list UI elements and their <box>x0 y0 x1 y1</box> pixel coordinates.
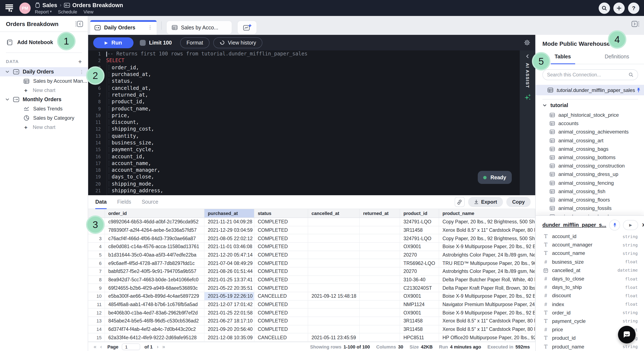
column-header-order_id[interactable]: order_id <box>105 209 204 218</box>
table-cell[interactable]: 2021-01-25 13:37:41 <box>204 276 254 284</box>
table-cell[interactable]: OX9001 <box>400 292 439 300</box>
table-cell[interactable]: OX9001 <box>400 308 439 316</box>
table-cell[interactable] <box>360 292 400 300</box>
limit-checkbox[interactable] <box>140 40 146 46</box>
table-cell[interactable]: TRU RED™ Multipurpose Paper, 20 lbs., 96… <box>439 259 535 267</box>
tab-sales-by-account[interactable]: Sales by Acco... <box>166 20 232 34</box>
field-row[interactable]: Taccount_namestring <box>536 249 644 258</box>
new-button[interactable] <box>613 2 625 14</box>
table-list-item[interactable]: animal_crossing_fencing <box>536 179 644 187</box>
table-cell[interactable]: 2021-08-05 22:02:12 <box>204 234 254 242</box>
close-icon[interactable]: × <box>642 222 644 228</box>
table-cell[interactable]: CANCELLED <box>254 333 308 341</box>
table-cell[interactable]: 69f24655-b2b6-4f29-a949-68aee536893c <box>105 284 204 292</box>
table-cell[interactable]: 2021-05-11 23:45:59 <box>308 333 360 341</box>
search-button[interactable] <box>599 2 610 14</box>
table-cell[interactable]: Boise X-9 Multipurpose Paper, 20 lbs., 9… <box>439 243 535 250</box>
collapse-sidebar-icon[interactable] <box>75 20 84 28</box>
table-row[interactable]: 146d374f74-f4ab-4ef2-ab4c-7d0b443c20c220… <box>88 325 535 333</box>
table-cell[interactable]: be406b30-c1ba-4ed7-83a6-2962b9f7ef2d <box>105 308 204 316</box>
table-cell[interactable] <box>360 308 400 316</box>
help-button[interactable]: ? <box>628 2 640 14</box>
column-header-cancelled_at[interactable]: cancelled_at <box>308 209 360 218</box>
schema-search-input[interactable]: Search this Connection... <box>542 69 638 80</box>
code-line[interactable]: 15payment_cycle, <box>88 146 520 153</box>
table-cell[interactable]: TR56962-LQO <box>400 259 439 267</box>
field-row[interactable]: cancelled_atdatetime <box>536 266 644 274</box>
mode-logo-icon[interactable] <box>4 3 14 12</box>
tab-kebab-icon[interactable]: ⋮ <box>148 25 152 30</box>
table-cell[interactable]: Astrobrights Color Paper, 24 lb./89 gsm,… <box>439 268 535 275</box>
kebab-menu-icon[interactable]: ⋮ <box>79 69 84 74</box>
avatar[interactable]: PM <box>19 2 31 14</box>
table-cell[interactable] <box>308 234 360 242</box>
new-chart-button[interactable]: + New chart <box>0 86 88 95</box>
tree-item-daily-orders[interactable]: Daily Orders ⋮ <box>0 67 88 76</box>
code-area[interactable]: 1-- Returns first 100 rows from tutorial… <box>88 50 520 195</box>
table-list-item[interactable]: animal_crossing_fish <box>536 187 644 196</box>
table-cell[interactable]: 62a33f4e-6412-4fe9-9222-2d69afe95128 <box>105 333 204 341</box>
table-cell[interactable]: Navigator Premium Multipurpose Paper, 24… <box>439 300 535 308</box>
table-row[interactable]: 1562a33f4e-6412-4fe9-9222-2d69afe9512820… <box>88 333 535 342</box>
table-cell[interactable]: Boise X-9 Multipurpose Paper, 20 lbs., 9… <box>439 308 535 316</box>
table-row[interactable]: 114854f6a8-aab1-4748-b7b6-1c676fb5a5ad20… <box>88 300 535 308</box>
table-list-item[interactable]: animal_crossing_bags <box>536 145 644 153</box>
table-row[interactable]: 12be406b30-c1ba-4ed7-83a6-2962b9f7ef2d20… <box>88 308 535 317</box>
table-cell[interactable]: 2021-12-20 05:47:14 <box>204 251 254 259</box>
code-line[interactable]: 13quantity, <box>88 132 520 140</box>
table-cell[interactable]: Delta Paper Kraft Paper Roll, Brown, 30 … <box>439 284 535 292</box>
first-page-icon[interactable]: « <box>94 344 96 350</box>
table-row[interactable]: 10e5ba300f-ae66-43eb-899d-4c4ae589722920… <box>88 292 535 300</box>
table-cell[interactable] <box>308 317 360 325</box>
table-cell[interactable]: b1d31644-35c0-40aa-a5f3-44f7edfe22ba <box>105 251 204 259</box>
table-list-item[interactable]: accounts <box>536 119 644 128</box>
chat-launcher-button[interactable] <box>618 326 636 344</box>
table-cell[interactable] <box>308 276 360 284</box>
table-cell[interactable]: e5ba300f-ae66-43eb-899d-4c4ae5897229 <box>105 292 204 300</box>
column-header-status[interactable]: status <box>254 209 308 218</box>
pin-button[interactable] <box>609 220 620 230</box>
table-cell[interactable] <box>360 268 400 275</box>
table-list-item[interactable]: animal_crossing_bottoms <box>536 153 644 162</box>
table-cell[interactable] <box>308 268 360 275</box>
limit-label[interactable]: Limit 100 <box>149 40 172 46</box>
table-cell[interactable]: COMPLETED <box>254 234 308 242</box>
connection-title[interactable]: Mode Public Warehouse <box>542 40 610 47</box>
tree-item-monthly-orders[interactable]: Monthly Orders <box>0 95 88 104</box>
schema-group-tutorial[interactable]: tutorial <box>536 100 644 110</box>
table-cell[interactable]: 2021-12-07 17:01:42 <box>204 300 254 308</box>
field-row[interactable]: Tpayment_cyclestring <box>536 317 644 326</box>
table-cell[interactable]: c76acf4f-466d-4f06-84d3-739c0ae66a87 <box>105 234 204 242</box>
table-cell[interactable]: e9c6aeff-4f5d-4728-a877-7db8297fdd1c <box>105 259 204 267</box>
field-row[interactable]: #days_to_shipfloat <box>536 283 644 292</box>
code-line[interactable]: 8product_id, <box>88 98 520 105</box>
chevron-down-icon[interactable] <box>6 98 9 101</box>
table-cell[interactable] <box>360 325 400 333</box>
view-history-button[interactable]: View history <box>213 37 262 48</box>
copy-button[interactable]: Copy <box>506 197 531 207</box>
table-cell[interactable]: 310-36-40 <box>400 276 439 284</box>
code-line[interactable]: 6cancelled_at, <box>88 84 520 92</box>
table-cell[interactable] <box>360 218 400 226</box>
table-cell[interactable] <box>360 251 400 259</box>
field-row[interactable]: Torder_idstring <box>536 308 644 317</box>
tab-daily-orders[interactable]: Daily Orders ⋮ <box>90 20 156 35</box>
tree-item-sales-by-category[interactable]: Sales by Category <box>0 113 88 122</box>
table-row[interactable]: 2789390f7-a2f4-4264-aebe-5e336a57fd57202… <box>88 226 535 234</box>
table-cell[interactable]: babfd527-f5e2-40f5-9c91-794705a9b557 <box>105 268 204 275</box>
field-row[interactable]: Taccount_managerstring <box>536 240 644 249</box>
menu-view[interactable]: View <box>84 9 94 14</box>
table-cell[interactable]: 2021-06-27 18:17:10 <box>204 317 254 325</box>
table-cell[interactable]: c9892064-6b53-46dd-a0bf-2c7296cda952 <box>105 218 204 226</box>
table-cell[interactable]: Delta Paper Butcher Paper Roll, White, 4… <box>439 276 535 284</box>
table-row[interactable]: 5b1d31644-35c0-40aa-a5f3-44f7edfe22ba202… <box>88 251 535 259</box>
table-cell[interactable]: COMPLETED <box>254 300 308 308</box>
table-list-item[interactable]: animal_crossing_dress_up <box>536 170 644 179</box>
table-cell[interactable]: 789390f7-a2f4-4264-aebe-5e336a57fd57 <box>105 226 204 234</box>
column-header-returned_at[interactable]: returned_at <box>360 209 400 218</box>
field-row[interactable]: #discountfloat <box>536 292 644 300</box>
run-table-button[interactable]: ▶ <box>623 220 638 230</box>
code-line[interactable]: 16account_id, <box>88 153 520 160</box>
table-cell[interactable]: NMP1124 <box>400 300 439 308</box>
menu-schedule[interactable]: Schedule <box>58 9 77 14</box>
